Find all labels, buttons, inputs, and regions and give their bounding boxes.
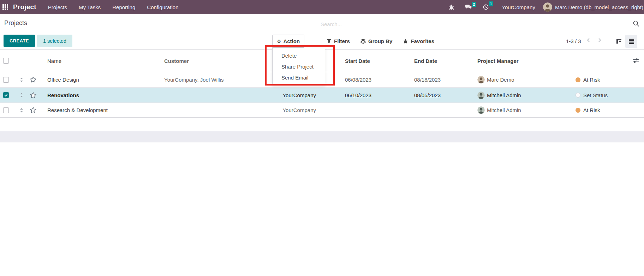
drag-handle-icon[interactable] <box>17 93 26 98</box>
apps-menu-icon[interactable] <box>2 4 8 10</box>
cell-start-date: 06/10/2023 <box>345 92 414 98</box>
cell-end-date: 08/18/2023 <box>414 77 477 83</box>
pager-previous-icon[interactable] <box>586 37 591 43</box>
nav-item-projects[interactable]: Projects <box>48 4 67 10</box>
nav-item-configuration[interactable]: Configuration <box>147 4 178 10</box>
cell-start-date: 06/08/2023 <box>345 77 414 83</box>
status-label: Set Status <box>583 92 608 98</box>
manager-name: Mitchell Admin <box>487 92 521 98</box>
create-button[interactable]: CREATE <box>4 35 35 47</box>
header-end-date[interactable]: End Date <box>414 58 477 64</box>
action-menu-item-send-email[interactable]: Send Email <box>273 72 325 83</box>
search-input[interactable] <box>321 18 640 31</box>
select-all-checkbox[interactable] <box>3 58 9 64</box>
filter-funnel-icon <box>327 39 332 43</box>
header-project-manager[interactable]: Project Manager <box>477 58 576 64</box>
favorites-button[interactable]: Favorites <box>403 38 434 44</box>
cell-status: Set Status <box>576 92 644 98</box>
drag-handle-icon[interactable] <box>17 77 26 82</box>
app-brand[interactable]: Project <box>13 3 36 11</box>
list-view-icon[interactable] <box>625 35 637 48</box>
messages-badge: 2 <box>472 2 477 7</box>
user-menu[interactable]: Marc Demo (db_model_access_right) <box>555 4 643 10</box>
pager-range: 1-3 / 3 <box>566 38 581 44</box>
user-avatar[interactable] <box>543 2 552 12</box>
gear-icon: ⚙ <box>277 39 281 44</box>
manager-name: Mitchell Admin <box>487 107 521 113</box>
cell-status: At Risk <box>576 107 644 113</box>
action-menu-item-share-project[interactable]: Share Project <box>273 61 325 72</box>
star-icon <box>403 39 408 44</box>
table-row-research-development[interactable]: Research & Development YourCompany Mitch… <box>0 102 644 118</box>
row-checkbox[interactable] <box>3 77 9 83</box>
filters-label: Filters <box>334 38 350 44</box>
cell-name: Renovations <box>40 92 164 98</box>
group-by-button[interactable]: Group By <box>360 38 392 44</box>
row-checkbox-checked[interactable] <box>3 92 9 98</box>
drag-handle-icon[interactable] <box>17 108 26 113</box>
cell-status: At Risk <box>576 77 644 83</box>
debug-bug-icon[interactable] <box>448 4 454 10</box>
action-button[interactable]: ⚙ Action <box>272 35 304 48</box>
nav-item-reporting[interactable]: Reporting <box>112 4 135 10</box>
action-menu: Delete Share Project Send Email <box>272 48 325 86</box>
group-by-label: Group By <box>368 38 392 44</box>
cell-name: Research & Development <box>40 107 164 113</box>
pager-next-icon[interactable] <box>597 37 602 43</box>
select-all-cell <box>0 58 17 64</box>
page-title: Projects <box>4 19 27 27</box>
header-name[interactable]: Name <box>40 58 164 64</box>
cell-customer: YourCompany <box>164 92 345 98</box>
cell-project-manager: Marc Demo <box>477 76 576 83</box>
status-label: At Risk <box>583 77 600 83</box>
company-switcher[interactable]: YourCompany <box>502 4 535 10</box>
cell-end-date: 08/05/2023 <box>414 92 477 98</box>
nav-item-my-tasks[interactable]: My Tasks <box>79 4 101 10</box>
action-dropdown-wrap: ⚙ Action Delete Share Project Send Email <box>272 35 304 48</box>
status-dot-orange[interactable] <box>576 77 580 82</box>
top-navbar: Project Projects My Tasks Reporting Conf… <box>0 0 644 14</box>
search-options-bar: Filters Group By Favorites <box>327 35 434 48</box>
action-menu-item-delete[interactable]: Delete <box>273 50 325 61</box>
cell-name: Office Design <box>40 77 164 83</box>
selected-count-badge: 1 selected <box>37 35 72 47</box>
filters-button[interactable]: Filters <box>327 38 350 44</box>
row-checkbox[interactable] <box>3 107 9 113</box>
status-dot-orange[interactable] <box>576 108 580 113</box>
table-row-renovations[interactable]: Renovations YourCompany 06/10/2023 08/05… <box>0 87 644 102</box>
optional-columns-icon[interactable] <box>632 58 639 64</box>
cell-customer: YourCompany <box>164 107 345 113</box>
cell-project-manager: Mitchell Admin <box>477 92 576 99</box>
messages-icon[interactable]: 2 <box>465 4 472 10</box>
manager-name: Marc Demo <box>487 77 514 83</box>
search-icon[interactable] <box>633 20 640 27</box>
manager-avatar <box>477 76 485 83</box>
favorite-star-icon[interactable] <box>26 107 40 113</box>
layers-icon <box>360 39 366 44</box>
status-label: At Risk <box>583 107 600 113</box>
list-footer <box>0 131 644 142</box>
favorite-star-icon[interactable] <box>26 76 40 83</box>
kanban-view-icon[interactable] <box>613 35 625 48</box>
activities-clock-icon[interactable]: 1 <box>483 4 489 10</box>
favorites-label: Favorites <box>411 38 434 44</box>
navbar-right: 2 1 YourCompany Marc Demo (db_model_acce… <box>448 2 644 12</box>
status-dot-empty[interactable] <box>576 93 580 98</box>
activities-badge: 1 <box>489 1 494 6</box>
manager-avatar <box>477 106 485 114</box>
favorite-star-icon[interactable] <box>26 92 40 99</box>
action-button-label: Action <box>283 38 300 44</box>
odoo-project-screen: Project Projects My Tasks Reporting Conf… <box>0 0 644 276</box>
header-start-date[interactable]: Start Date <box>345 58 414 64</box>
cell-project-manager: Mitchell Admin <box>477 106 576 114</box>
manager-avatar <box>477 92 485 99</box>
